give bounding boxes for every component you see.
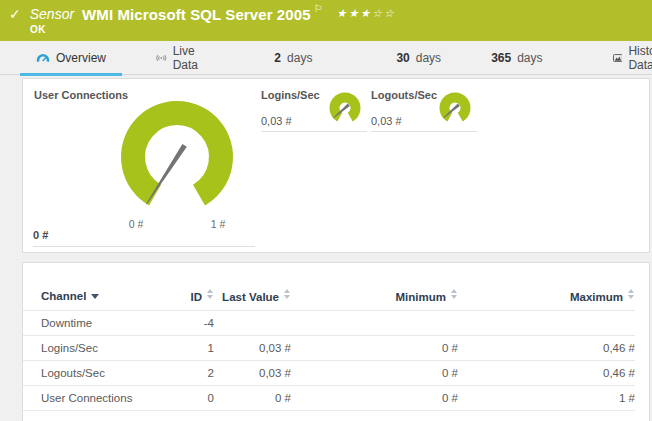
star-filled-icon[interactable] — [360, 7, 372, 19]
column-label: Last Value — [222, 291, 279, 303]
small-gauges: Logins/Sec 0,03 # Logouts/Sec 0,03 # — [261, 89, 477, 132]
table-row-downtime[interactable]: Downtime -4 — [23, 311, 635, 336]
column-header-id[interactable]: ID — [163, 263, 214, 311]
divider — [33, 246, 255, 247]
column-label: Maximum — [570, 291, 623, 303]
tab-overview[interactable]: Overview — [20, 41, 122, 75]
tab-30-days[interactable]: 30 days — [380, 41, 457, 75]
star-filled-icon[interactable] — [348, 7, 360, 19]
table-header-row: Channel ID Last Value Minimum Maximum — [23, 263, 635, 311]
table-row-logouts-sec[interactable]: Logouts/Sec 2 0,03 # 0 # 0,46 # — [23, 361, 635, 386]
tab-days-number: 2 — [274, 51, 281, 65]
cell-maximum: 0,46 # — [458, 336, 635, 361]
column-header-channel[interactable]: Channel — [23, 263, 163, 311]
cell-last-value: 0,03 # — [214, 361, 291, 386]
cell-minimum: 0 # — [291, 336, 458, 361]
tab-label: Overview — [56, 51, 106, 65]
sensor-type-label: Sensor — [30, 6, 74, 22]
gauge-icon — [36, 52, 50, 64]
sort-icon — [451, 289, 458, 299]
star-filled-icon[interactable] — [337, 7, 349, 19]
star-empty-icon[interactable] — [384, 7, 396, 19]
table-row-user-connections[interactable]: User Connections 0 0 # 0 # 1 # — [23, 386, 635, 411]
column-header-last-value[interactable]: Last Value — [214, 263, 291, 311]
cell-minimum: 0 # — [291, 361, 458, 386]
priority-flag-icon — [314, 3, 323, 14]
live-data-icon — [156, 52, 167, 64]
cell-id: 1 — [163, 336, 214, 361]
sensor-title: WMI Microsoft SQL Server 2005 — [82, 6, 311, 23]
tab-label: Historic Data — [628, 44, 652, 72]
tab-days-number: 30 — [396, 51, 409, 65]
cell-channel[interactable]: Downtime — [23, 311, 163, 336]
tab-bar: Overview Live Data 2 days 30 days 365 da… — [0, 41, 652, 75]
cell-id: 2 — [163, 361, 214, 386]
sort-icon — [207, 289, 214, 299]
tab-label: Live Data — [173, 44, 205, 72]
gauge-cell-logins: Logins/Sec 0,03 # — [261, 89, 367, 132]
cell-id: -4 — [163, 311, 214, 336]
tab-days-unit: days — [287, 51, 312, 65]
cell-maximum: 0,46 # — [458, 361, 635, 386]
tab-2-days[interactable]: 2 days — [258, 41, 328, 75]
tab-days-unit: days — [517, 51, 542, 65]
column-label: Channel — [41, 290, 86, 302]
gauge-cell-logouts: Logouts/Sec 0,03 # — [371, 89, 477, 132]
small-gauge-value: 0,03 # — [371, 115, 402, 127]
table-row-logins-sec[interactable]: Logins/Sec 1 0,03 # 0 # 0,46 # — [23, 336, 635, 361]
cell-maximum — [458, 311, 635, 336]
cell-minimum — [291, 311, 458, 336]
tab-365-days[interactable]: 365 days — [475, 41, 558, 75]
gauge-scale-min: 0 # — [118, 218, 154, 230]
small-gauge-title: Logins/Sec — [261, 89, 320, 101]
sensor-status-text: OK — [30, 24, 46, 35]
user-connections-gauge — [111, 91, 243, 223]
column-label: Minimum — [396, 291, 446, 303]
sensor-header-bar: Sensor WMI Microsoft SQL Server 2005 OK — [0, 0, 652, 41]
cell-maximum: 1 # — [458, 386, 635, 411]
cell-id: 0 — [163, 386, 214, 411]
tab-live-data[interactable]: Live Data — [140, 41, 220, 75]
tab-historic-data[interactable]: Historic Data — [597, 41, 652, 75]
channel-table: Channel ID Last Value Minimum Maximum Do… — [23, 263, 635, 411]
logouts-gauge — [437, 91, 473, 125]
channel-table-panel: Channel ID Last Value Minimum Maximum Do… — [22, 262, 650, 421]
status-ok-check-icon — [9, 6, 21, 22]
cell-channel[interactable]: Logins/Sec — [23, 336, 163, 361]
star-empty-icon[interactable] — [372, 7, 384, 19]
tab-days-unit: days — [416, 51, 441, 65]
tab-days-number: 365 — [491, 51, 511, 65]
sort-icon — [628, 289, 635, 299]
historic-data-icon — [613, 52, 623, 64]
overview-panel: User Connections 0 # 1 # 0 # Logins/Sec … — [22, 78, 650, 253]
sort-desc-icon — [91, 294, 99, 299]
sort-icon — [284, 289, 291, 299]
gauge-scale-max: 1 # — [200, 218, 236, 230]
small-gauge-title: Logouts/Sec — [371, 89, 437, 101]
cell-minimum: 0 # — [291, 386, 458, 411]
cell-last-value: 0 # — [214, 386, 291, 411]
cell-channel[interactable]: User Connections — [23, 386, 163, 411]
cell-last-value — [214, 311, 291, 336]
column-header-maximum[interactable]: Maximum — [458, 263, 635, 311]
priority-stars[interactable] — [337, 7, 396, 20]
main-gauge-current-value: 0 # — [33, 229, 48, 241]
gauge-needle — [146, 144, 187, 204]
column-label: ID — [191, 291, 203, 303]
cell-last-value: 0,03 # — [214, 336, 291, 361]
small-gauge-value: 0,03 # — [261, 115, 292, 127]
column-header-minimum[interactable]: Minimum — [291, 263, 458, 311]
logins-gauge — [327, 91, 363, 125]
cell-channel[interactable]: Logouts/Sec — [23, 361, 163, 386]
